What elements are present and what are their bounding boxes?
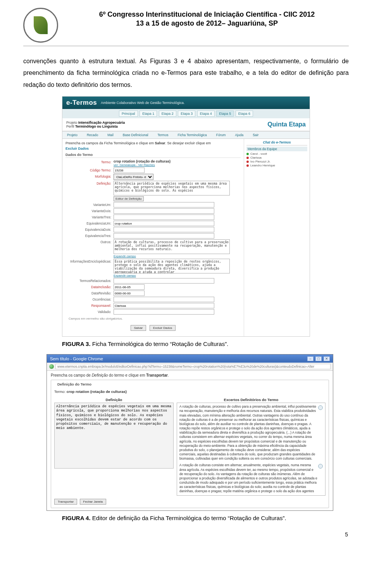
chat-user[interactable]: Ivo Pierozzi Jr. [246, 160, 307, 163]
leaf-icon [34, 16, 48, 34]
menu-item[interactable]: Sair [248, 131, 263, 138]
form-action-buttons: Salvar Excluir Dados [65, 322, 241, 334]
screenshot-etermos: e-Termos Ambiente Colaborativo Web de Ge… [62, 96, 310, 337]
required-note: Campos em vermelho são obrigatórios. [65, 315, 241, 322]
stage-tab-selected[interactable]: Etapa 5 [216, 111, 234, 117]
valid-input[interactable] [114, 309, 214, 315]
project-info: Projeto Intensificação Agropecuária Perf… [66, 121, 125, 128]
definition-column: Definição Alternância periódica de espéc… [54, 397, 174, 496]
panel-legend: Definição do Termo [56, 382, 93, 386]
stage-tab[interactable]: Etapa 2 [159, 111, 176, 117]
datain-input[interactable] [114, 284, 145, 290]
expand-link[interactable]: Expandir campo [114, 254, 136, 258]
varianteum-input[interactable] [114, 202, 214, 208]
termrel-input[interactable] [114, 278, 214, 284]
lbl-var3: VarianteTres: [65, 214, 111, 219]
excerpts-box[interactable]: A rotação de culturas, processo de culti… [177, 403, 326, 496]
lbl-eq3: EquivalenciaTres: [65, 233, 111, 238]
definicao-textarea[interactable]: Alternância periódica de espécies vegeta… [114, 181, 230, 195]
eq2-input[interactable] [114, 227, 214, 232]
codigo-input[interactable] [114, 168, 145, 173]
fig3-label: FIGURA 3. [62, 341, 91, 347]
profile-name: Terminólogo ou Linguista [75, 125, 118, 128]
variantetres-input[interactable] [114, 214, 214, 220]
instr-b: Salvar [155, 141, 165, 145]
menu-item[interactable]: Termos [153, 131, 173, 138]
browser-instruction: Preencha os campo de Definição do termo … [51, 373, 329, 377]
stage-tabs: Principal Etapa 1 Etapa 2 Etapa 3 Etapa … [62, 109, 310, 118]
bi-strong: Transportar [146, 373, 168, 377]
transportar-button[interactable]: Transportar [54, 499, 77, 505]
figure4-caption: FIGURA 4. Editor de definição da Ficha T… [62, 515, 333, 521]
stage-title: Quinta Etapa [267, 121, 306, 128]
editor-definicao-button[interactable]: Editor de Definição [114, 196, 144, 201]
eq3-input[interactable] [114, 233, 214, 239]
conference-logo [23, 8, 58, 43]
chat-user[interactable]: Clarissa [246, 156, 307, 159]
fechar-janela-button[interactable]: Fechar Janela [80, 499, 107, 505]
lbl-termrel: TermosRelacionados: [65, 278, 111, 283]
stage-tab[interactable]: Etapa 4 [197, 111, 215, 117]
etermos-menu: Projeto Recado Mail Base Definicional Te… [62, 131, 310, 139]
menu-item[interactable]: Ficha Terminológica [173, 131, 211, 138]
chat-user[interactable]: Carol - você [246, 152, 307, 156]
excluir-dados-link[interactable]: Excluir Dados [65, 147, 89, 150]
term-value: crop rotation (rotação de culturas) [67, 389, 127, 394]
lbl-eq1: EquivalenciaUm: [65, 221, 111, 225]
ocor-input[interactable] [114, 297, 214, 302]
fig3-text: Ficha Terminológica do termo “Rotação de… [91, 341, 229, 347]
header-line2: 13 a 15 de agosto de 2012– Jaguariúna, S… [65, 19, 349, 28]
lbl-outros: Outros: [65, 239, 111, 244]
menu-item[interactable]: Base Definicional [118, 131, 153, 138]
expand-link-2[interactable]: Expandir campo [114, 274, 136, 277]
lbl-var1: VarianteUm: [65, 202, 111, 207]
salvar-button[interactable]: Salvar [131, 325, 146, 331]
stage-tab[interactable]: Principal [119, 111, 138, 117]
variantedois-input[interactable] [114, 208, 214, 214]
globe-icon [49, 364, 54, 369]
chat-user-name: Ivo Pierozzi Jr. [250, 160, 270, 163]
close-icon[interactable]: ✕ [324, 356, 330, 361]
bi-b: do termo e clique em [108, 373, 146, 377]
excerpt-item: A rotação de culturas consiste em altern… [179, 463, 323, 493]
minimize-icon[interactable]: – [307, 356, 313, 361]
fig4-text: Editor de definição da Ficha Terminológi… [91, 515, 286, 521]
excluir-button[interactable]: Excluir Dados [150, 325, 176, 331]
window-controls: – □ ✕ [307, 356, 330, 361]
datarev-input[interactable] [114, 291, 145, 296]
body-paragraph: convenções quanto à estrutura textual. A… [23, 55, 349, 91]
eq1-input[interactable] [114, 221, 214, 226]
stage-tab[interactable]: Etapa 3 [178, 111, 195, 117]
menu-item[interactable]: Projeto [62, 131, 82, 138]
chat-members-head: Membros da Equipe [246, 147, 307, 151]
morfologia-select[interactable]: ClaLxDeRo Fmtxto- é [114, 174, 153, 180]
lbl-termo: Termo: [65, 159, 111, 164]
infoenc-textarea[interactable]: Essa prática possibilita a reposição de … [114, 259, 230, 273]
url-field[interactable]: www.etermos.cnptia.embrapa.br/modulo5/ed… [55, 364, 331, 369]
screenshot-browser: Sem título - Google Chrome – □ ✕ www.ete… [46, 354, 333, 511]
lbl-datarev: DataRevisão: [65, 291, 111, 295]
lbl-codigo: Código Termo: [65, 168, 111, 172]
menu-item[interactable]: Fórum [212, 131, 231, 138]
excerpt-item: A rotação de culturas, processo de culti… [179, 405, 323, 461]
lbl-def: Definição: [65, 181, 111, 185]
instr-a: Preencha os campos da Ficha Terminológic… [65, 141, 155, 145]
menu-item[interactable]: Mail [103, 131, 118, 138]
lbl-valid: Validado: [65, 309, 111, 314]
window-title: Sem título - Google Chrome [50, 356, 103, 361]
termo-links[interactable]: ver: Genealogia - Ver Raizões [114, 163, 241, 167]
resp-input[interactable] [114, 303, 214, 308]
window-titlebar: Sem título - Google Chrome – □ ✕ [47, 355, 333, 363]
menu-item[interactable]: Recado [82, 131, 103, 138]
lbl-var2: VarianteDois: [65, 208, 111, 213]
stage-tab[interactable]: Etapa 6 [236, 111, 253, 117]
outros-textarea[interactable]: A rotação de culturas, processo de culti… [114, 239, 230, 254]
stage-tab[interactable]: Etapa 1 [140, 111, 157, 117]
browser-buttons: Transportar Fechar Janela [54, 496, 326, 505]
chat-user[interactable]: Leandro Henrique [246, 164, 307, 167]
definition-textarea[interactable]: Alternância periódica de espécies vegeta… [54, 403, 174, 469]
menu-item[interactable]: Ajuda [230, 131, 248, 138]
lbl-infoenc: InformaçõesEnciclopédicas: [65, 259, 111, 263]
maximize-icon[interactable]: □ [315, 356, 322, 361]
etermos-form: Preencha os campos da Ficha Terminológic… [62, 139, 244, 336]
